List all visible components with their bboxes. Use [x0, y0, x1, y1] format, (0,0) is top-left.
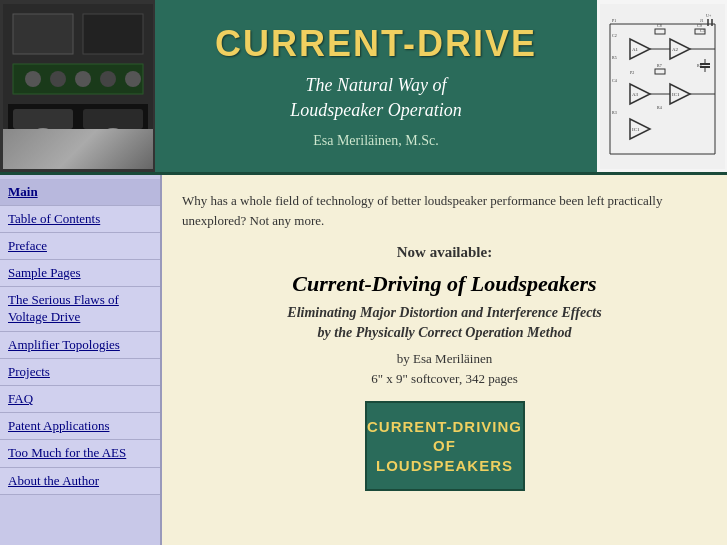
svg-rect-2	[83, 14, 143, 54]
header: CURRENT-DRIVE The Natural Way of Loudspe…	[0, 0, 727, 175]
main-content: Why has a whole field of technology of b…	[162, 175, 727, 545]
svg-point-13	[35, 136, 51, 152]
svg-point-12	[28, 129, 58, 159]
sidebar-item-projects[interactable]: Projects	[0, 359, 160, 386]
sidebar: Main Table of Contents Preface Sample Pa…	[0, 175, 162, 545]
svg-point-4	[25, 71, 41, 87]
sidebar-item-preface[interactable]: Preface	[0, 233, 160, 260]
book-pages: 6" x 9" softcover, 342 pages	[182, 371, 707, 387]
site-title: CURRENT-DRIVE	[215, 23, 537, 65]
svg-point-14	[98, 129, 128, 159]
book-author: by Esa Meriläinen	[182, 351, 707, 367]
site-subtitle: The Natural Way of Loudspeaker Operation	[290, 73, 461, 123]
svg-rect-10	[13, 109, 73, 129]
sidebar-item-faq[interactable]: FAQ	[0, 386, 160, 413]
header-left-image	[0, 0, 155, 172]
svg-text:IC1: IC1	[672, 92, 680, 97]
intro-text: Why has a whole field of technology of b…	[182, 191, 707, 230]
svg-text:R7: R7	[657, 63, 662, 68]
book-subtitle1: Eliminating Major Distortion and Interfe…	[182, 305, 707, 321]
svg-rect-11	[83, 109, 143, 129]
circuit-diagram: A1 A2 A3 IC1 IC1 C8 C9 P1 C2 R5 R7 R8 J1…	[600, 4, 725, 169]
svg-text:A1: A1	[632, 47, 639, 52]
header-right-image: A1 A2 A3 IC1 IC1 C8 C9 P1 C2 R5 R7 R8 J1…	[597, 0, 727, 172]
sidebar-item-sample-pages[interactable]: Sample Pages	[0, 260, 160, 287]
sidebar-item-toc[interactable]: Table of Contents	[0, 206, 160, 233]
book-cover[interactable]: CURRENT-DRIVING OF LOUDSPEAKERS	[365, 401, 525, 491]
svg-rect-1	[13, 14, 73, 54]
svg-text:C4: C4	[612, 78, 617, 83]
sidebar-item-flaws[interactable]: The Serious Flaws of Voltage Drive	[0, 287, 160, 332]
main-layout: Main Table of Contents Preface Sample Pa…	[0, 175, 727, 545]
equipment-photo	[3, 4, 153, 169]
sidebar-item-main[interactable]: Main	[0, 179, 160, 206]
svg-text:P2: P2	[630, 70, 634, 75]
svg-text:R4: R4	[657, 105, 662, 110]
sidebar-item-amplifier[interactable]: Amplifier Topologies	[0, 332, 160, 359]
svg-text:P1: P1	[612, 18, 616, 23]
svg-point-5	[50, 71, 66, 87]
svg-point-8	[125, 71, 141, 87]
book-cover-line1: CURRENT-DRIVING	[367, 417, 522, 437]
svg-text:C2: C2	[612, 33, 617, 38]
svg-text:A3: A3	[632, 92, 639, 97]
svg-text:C8: C8	[657, 23, 662, 28]
book-cover-line2: OF LOUDSPEAKERS	[367, 436, 523, 475]
svg-text:IC1: IC1	[632, 127, 640, 132]
header-center: CURRENT-DRIVE The Natural Way of Loudspe…	[155, 0, 597, 172]
svg-text:C5: C5	[700, 28, 705, 33]
svg-point-15	[105, 136, 121, 152]
svg-text:R8: R8	[697, 63, 702, 68]
svg-text:U+: U+	[706, 13, 712, 18]
svg-point-7	[100, 71, 116, 87]
available-label: Now available:	[182, 244, 707, 261]
svg-text:R5: R5	[612, 55, 617, 60]
svg-text:J1: J1	[700, 18, 704, 23]
svg-text:R3: R3	[612, 110, 617, 115]
sidebar-item-author[interactable]: About the Author	[0, 468, 160, 495]
sidebar-item-aes[interactable]: Too Much for the AES	[0, 440, 160, 468]
sidebar-item-patent[interactable]: Patent Applications	[0, 413, 160, 440]
book-title: Current-Driving of Loudspeakers	[182, 271, 707, 297]
svg-point-6	[75, 71, 91, 87]
svg-text:A2: A2	[672, 47, 679, 52]
book-subtitle2: by the Physically Correct Operation Meth…	[182, 325, 707, 341]
author-name: Esa Meriläinen, M.Sc.	[313, 133, 439, 149]
